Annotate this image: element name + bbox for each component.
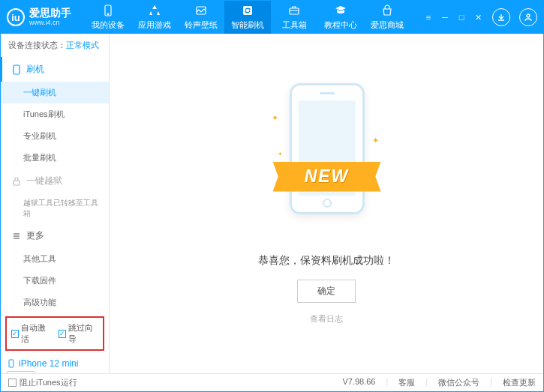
version-label: V7.98.66	[342, 377, 375, 388]
wallpaper-icon	[194, 4, 208, 17]
svg-point-1	[107, 13, 109, 15]
checkbox-auto-activate[interactable]: ✓自动激活	[11, 322, 51, 345]
device-storage-badge: 64GB	[7, 371, 35, 373]
svg-point-5	[527, 14, 530, 17]
app-logo: iu 爱思助手 www.i4.cn	[7, 7, 71, 26]
menu-icon[interactable]: ≡	[423, 12, 434, 22]
star-icon: ✦	[278, 151, 283, 157]
svg-rect-3	[243, 6, 252, 15]
nav-tutorials[interactable]: 教程中心	[317, 1, 364, 34]
footer-link-wechat[interactable]: 微信公众号	[438, 377, 479, 388]
sidebar-item-itunes-flash[interactable]: iTunes刷机	[1, 103, 109, 125]
titlebar: iu 爱思助手 www.i4.cn 我的设备 应用游戏 铃声壁纸 智能刷机 工具…	[1, 1, 543, 34]
store-icon	[380, 4, 394, 17]
maximize-icon[interactable]: □	[456, 12, 467, 22]
list-icon	[11, 231, 22, 241]
sidebar-item-download-firmware[interactable]: 下载固件	[1, 270, 109, 292]
view-log-link[interactable]: 查看日志	[310, 313, 343, 325]
checkbox-skip-guide[interactable]: ✓跳过向导	[59, 322, 98, 345]
nav-apps[interactable]: 应用游戏	[131, 1, 178, 34]
close-icon[interactable]: ✕	[473, 12, 483, 22]
nav-ringtones[interactable]: 铃声壁纸	[178, 1, 224, 34]
options-highlight-box: ✓自动激活 ✓跳过向导	[5, 316, 104, 351]
device-block[interactable]: iPhone 12 mini 64GB Down-12mini-13,1	[1, 354, 109, 373]
lock-icon	[11, 176, 22, 187]
star-icon: ✦	[372, 136, 379, 145]
phone-illustration: ✦ ✦ ✦ NEW	[276, 83, 377, 233]
sidebar-item-batch-flash[interactable]: 批量刷机	[1, 147, 109, 169]
app-title: 爱思助手	[29, 7, 71, 19]
nav-smart-flash[interactable]: 智能刷机	[224, 1, 271, 34]
sidebar-section-more[interactable]: 更多	[1, 223, 109, 248]
device-phone-icon	[7, 359, 16, 368]
user-button[interactable]	[519, 8, 537, 26]
new-ribbon: NEW	[273, 162, 381, 192]
download-button[interactable]	[492, 8, 510, 26]
nav-store[interactable]: 爱思商城	[364, 1, 410, 34]
svg-rect-4	[290, 8, 299, 14]
sidebar: 设备连接状态：正常模式 刷机 一键刷机 iTunes刷机 专业刷机 批量刷机 一…	[1, 34, 110, 373]
star-icon: ✦	[272, 113, 278, 123]
nav-toolbox[interactable]: 工具箱	[271, 1, 317, 34]
footer-link-update[interactable]: 检查更新	[503, 377, 536, 388]
device-name: iPhone 12 mini	[7, 358, 103, 369]
logo-icon: iu	[7, 8, 25, 26]
sidebar-item-other-tools[interactable]: 其他工具	[1, 248, 109, 270]
success-message: 恭喜您，保资料刷机成功啦！	[258, 254, 395, 268]
refresh-icon	[241, 4, 254, 17]
svg-rect-7	[14, 181, 20, 185]
nav-my-device[interactable]: 我的设备	[85, 1, 131, 34]
main-content: ✦ ✦ ✦ NEW 恭喜您，保资料刷机成功啦！ 确定 查看日志	[110, 34, 543, 373]
ok-button[interactable]: 确定	[297, 280, 356, 303]
sidebar-item-oneclick-flash[interactable]: 一键刷机	[1, 82, 109, 103]
apps-icon	[148, 4, 161, 17]
sidebar-section-jailbreak: 一键越狱	[1, 169, 109, 193]
svg-rect-6	[14, 65, 20, 74]
main-nav: 我的设备 应用游戏 铃声壁纸 智能刷机 工具箱 教程中心 爱思商城	[85, 1, 410, 34]
window-controls: ≡ ─ □ ✕	[423, 8, 537, 26]
toolbox-icon	[287, 4, 301, 17]
connection-status: 设备连接状态：正常模式	[1, 34, 109, 57]
footer-link-support[interactable]: 客服	[398, 377, 415, 388]
footer: 阻止iTunes运行 V7.98.66 | 客服 | 微信公众号 | 检查更新	[1, 373, 543, 391]
app-url: www.i4.cn	[29, 19, 71, 27]
sidebar-item-advanced[interactable]: 高级功能	[1, 292, 109, 313]
jailbreak-note: 越狱工具已转移至工具箱	[1, 193, 109, 223]
phone-flash-icon	[11, 64, 22, 75]
checkbox-block-itunes[interactable]: 阻止iTunes运行	[8, 377, 77, 388]
phone-icon	[101, 4, 115, 17]
svg-rect-8	[9, 360, 14, 367]
sidebar-section-flash[interactable]: 刷机	[1, 57, 109, 82]
minimize-icon[interactable]: ─	[440, 12, 450, 22]
graduation-icon	[334, 4, 347, 17]
sidebar-item-pro-flash[interactable]: 专业刷机	[1, 125, 109, 147]
